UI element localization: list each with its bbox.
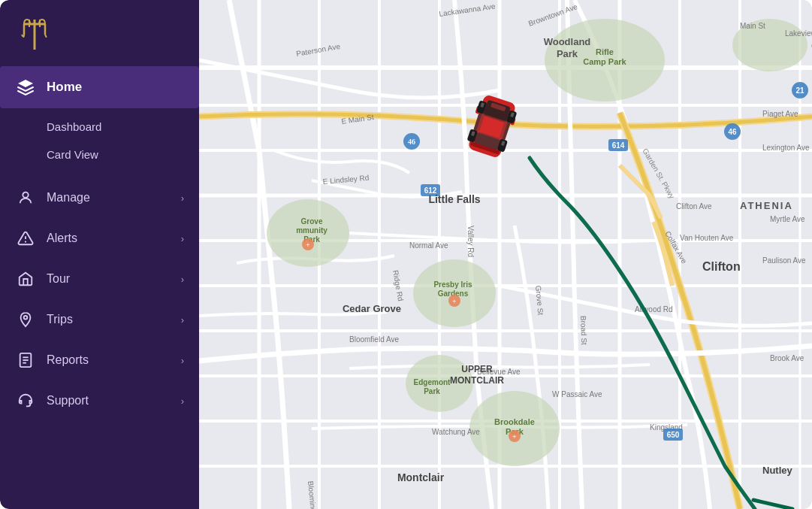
support-label: Support [47, 394, 171, 408]
svg-text:Clifton: Clifton [702, 260, 741, 273]
app-logo [17, 17, 53, 53]
tour-chevron: › [181, 274, 184, 285]
svg-text:Brookdale: Brookdale [494, 417, 535, 426]
alert-triangle-icon [15, 228, 36, 249]
svg-text:Park: Park [424, 387, 440, 395]
logo-area [0, 0, 199, 66]
trips-chevron: › [181, 314, 184, 326]
svg-text:+: + [306, 241, 309, 249]
svg-text:Main St: Main St [740, 22, 765, 30]
svg-text:+: + [512, 433, 516, 441]
svg-text:Lakeview Ave: Lakeview Ave [785, 29, 812, 38]
svg-text:Brook Ave: Brook Ave [770, 354, 804, 362]
svg-text:+: + [452, 298, 456, 305]
nav-item-tour[interactable]: Tour › [0, 259, 199, 299]
headset-icon [15, 390, 36, 411]
svg-text:Broad St: Broad St [579, 316, 588, 345]
nav-item-card-view[interactable]: Card View [0, 141, 199, 168]
svg-text:Paulison Ave: Paulison Ave [762, 256, 806, 265]
svg-text:Presby Iris: Presby Iris [433, 280, 472, 289]
svg-text:mmunity: mmunity [296, 226, 328, 235]
svg-text:Edgemont: Edgemont [414, 378, 451, 386]
sidebar: Home Dashboard Card View Manage › Alerts… [0, 0, 199, 509]
svg-text:Park: Park [557, 48, 578, 59]
svg-point-6 [23, 192, 28, 198]
person-icon [15, 187, 36, 208]
svg-text:Van Houten Ave: Van Houten Ave [680, 234, 734, 242]
svg-text:Piaget Ave: Piaget Ave [762, 110, 798, 118]
reports-chevron: › [181, 355, 184, 366]
alerts-label: Alerts [47, 232, 171, 245]
svg-text:Bloomfield Ave: Bloomfield Ave [349, 335, 399, 344]
map-container[interactable]: Lackawanna Ave Browntown Ave Paterson Av… [199, 0, 812, 509]
svg-text:Clifton Ave: Clifton Ave [676, 202, 712, 211]
document-list-icon [15, 350, 36, 371]
house-icon [15, 268, 36, 289]
nav-item-manage[interactable]: Manage › [0, 177, 199, 218]
svg-text:Watchung Ave: Watchung Ave [432, 428, 480, 436]
svg-text:Normal Ave: Normal Ave [409, 241, 448, 250]
manage-chevron: › [181, 192, 184, 204]
nav-item-trips[interactable]: Trips › [0, 299, 199, 340]
nav-item-reports[interactable]: Reports › [0, 340, 199, 380]
location-pin-icon [15, 309, 36, 330]
nav-item-alerts[interactable]: Alerts › [0, 218, 199, 259]
manage-label: Manage [47, 191, 171, 205]
svg-point-9 [24, 316, 28, 320]
svg-text:Cedar Grove: Cedar Grove [343, 303, 401, 314]
svg-text:Woodland: Woodland [544, 36, 591, 47]
nav-item-home[interactable]: Home [0, 66, 199, 108]
svg-text:650: 650 [667, 431, 680, 439]
svg-text:Grove: Grove [301, 217, 323, 226]
svg-text:Camp Park: Camp Park [583, 57, 626, 66]
nav-item-dashboard[interactable]: Dashboard [0, 113, 199, 141]
svg-text:21: 21 [795, 86, 804, 95]
nav-item-support[interactable]: Support › [0, 380, 199, 421]
svg-text:46: 46 [408, 138, 415, 146]
map-svg: Lackawanna Ave Browntown Ave Paterson Av… [199, 0, 812, 509]
svg-text:Valley Rd: Valley Rd [466, 226, 475, 257]
trips-label: Trips [47, 313, 171, 326]
svg-text:Montclair: Montclair [397, 471, 445, 483]
svg-text:MONTCLAIR: MONTCLAIR [450, 375, 504, 386]
svg-text:614: 614 [612, 141, 625, 150]
layers-icon [15, 77, 36, 98]
svg-text:W Passaic Ave: W Passaic Ave [552, 390, 602, 398]
reports-label: Reports [47, 353, 171, 367]
svg-text:Nutley: Nutley [762, 465, 793, 476]
tour-label: Tour [47, 272, 171, 286]
svg-text:Rifle: Rifle [596, 47, 614, 56]
svg-text:46: 46 [728, 128, 737, 136]
alerts-chevron: › [181, 233, 184, 244]
svg-text:Little Falls: Little Falls [428, 193, 480, 205]
support-chevron: › [181, 395, 184, 407]
svg-text:Myrtle Ave: Myrtle Ave [770, 215, 805, 223]
svg-text:ATHENIA: ATHENIA [740, 200, 793, 211]
svg-text:Lexington Ave: Lexington Ave [762, 144, 810, 152]
home-label: Home [47, 80, 82, 95]
svg-text:UPPER: UPPER [461, 364, 493, 374]
